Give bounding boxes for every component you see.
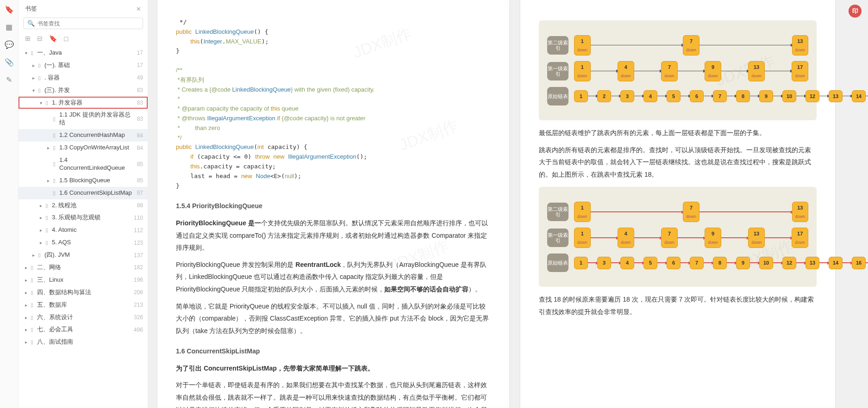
- tree-node[interactable]: ▸▯5. AQS123: [19, 236, 148, 249]
- stamp-badge[interactable]: 印: [849, 5, 862, 18]
- expand-icon[interactable]: ▸: [23, 265, 29, 270]
- expand-icon[interactable]: ▸: [23, 278, 29, 283]
- bookmark-icon: ▯: [29, 50, 35, 56]
- node-value: 9: [712, 231, 714, 236]
- tree-node[interactable]: ▸▯六、系统设计326: [19, 311, 148, 324]
- tree-node[interactable]: ▾▯1. 并发容器83: [19, 97, 148, 109]
- comments-icon[interactable]: 💬: [5, 40, 14, 49]
- collapse-icon[interactable]: ▾: [38, 100, 44, 105]
- skiplist-node: 13down: [748, 61, 765, 81]
- bookmark-icon: ▯: [29, 302, 35, 308]
- tree-node[interactable]: ▾▯(三). 并发83: [19, 84, 148, 97]
- node-value: 14: [856, 93, 862, 99]
- level-label: 第一级索引: [547, 229, 568, 247]
- expand-all-icon[interactable]: ⊞: [25, 35, 31, 42]
- node-value: 9: [742, 260, 744, 266]
- search-input[interactable]: [37, 20, 139, 27]
- tree-node[interactable]: ▸▯1.3 CopyOnWriteArrayList84: [19, 142, 148, 154]
- bookmark-icon: ▯: [29, 327, 35, 333]
- bookmark-outline-icon[interactable]: ◻: [63, 35, 69, 42]
- attachments-icon[interactable]: 📎: [5, 57, 14, 67]
- expand-icon[interactable]: ▸: [23, 327, 29, 332]
- tree-label: 1.4 ConcurrentLinkedQueue: [59, 155, 133, 173]
- tree-label: 1. 并发容器: [52, 98, 133, 108]
- skiplist-node: 1: [574, 90, 588, 103]
- tree-node[interactable]: ▸▯八、面试指南: [19, 336, 148, 348]
- node-row: 1234567891012131415161718: [574, 90, 868, 103]
- node-value: 8: [718, 260, 721, 266]
- tree-node[interactable]: ▸▯4. Atomic112: [19, 224, 148, 236]
- tree-node[interactable]: ▸▯七、必会工具496: [19, 323, 148, 336]
- tree-node[interactable]: ▸▯(一). 基础17: [19, 59, 148, 72]
- tree-node[interactable]: ▸▯3. 乐观锁与悲观锁110: [19, 211, 148, 224]
- bookmark-sidebar: 书签 ✕ 🔍 ⊞ ⊟ 🔖 ◻ ▾▯一、Java17▸▯(一). 基础17▸▯. …: [19, 0, 148, 408]
- tree-node[interactable]: ▾▯一、Java17: [19, 47, 148, 59]
- expand-icon[interactable]: ▸: [31, 63, 36, 68]
- close-icon[interactable]: ✕: [136, 6, 141, 12]
- down-pointer: down: [795, 239, 805, 247]
- expand-icon[interactable]: ▸: [38, 203, 44, 208]
- document-viewport[interactable]: JDX制作 JDX制作 JDX制作 */ public LinkedBlocki…: [148, 0, 868, 408]
- tree-label: 1.2 ConcurrentHashMap: [59, 130, 133, 140]
- node-value: 4: [624, 64, 627, 70]
- right-p1: 最低层的链表维护了跳表内所有的元素，每上面一层链表都是下面一层的子集。: [539, 127, 817, 139]
- collapse-icon[interactable]: ▾: [23, 50, 29, 56]
- tree-node[interactable]: ▸▯四、数据结构与算法208: [19, 286, 148, 299]
- arrow-icon: [657, 96, 667, 96]
- tree-page: 110: [134, 215, 143, 221]
- down-pointer: down: [708, 72, 718, 80]
- expand-icon[interactable]: ▸: [38, 228, 44, 233]
- thumbnails-icon[interactable]: ▦: [5, 22, 14, 31]
- bookmark-search[interactable]: 🔍: [23, 18, 143, 29]
- tree-node[interactable]: ▸▯五、数据库213: [19, 299, 148, 311]
- skiplist-node: 9down: [705, 228, 721, 248]
- expand-icon[interactable]: ▸: [23, 290, 29, 295]
- arrow-icon: [765, 237, 792, 238]
- tree-page: 84: [137, 132, 143, 139]
- node-value: 13: [810, 260, 815, 266]
- tree-node[interactable]: ▯1.1 JDK 提供的并发容器总结83: [19, 109, 148, 129]
- bookmark-tab-icon[interactable]: 🔖: [5, 5, 14, 14]
- tree-node[interactable]: ▸▯. 容器49: [19, 72, 148, 84]
- tree-node[interactable]: ▸▯二、网络182: [19, 261, 148, 274]
- tree-node[interactable]: ▸▯2. 线程池88: [19, 199, 148, 212]
- tree-node[interactable]: ▯1.4 ConcurrentLinkedQueue85: [19, 154, 148, 174]
- collapse-icon[interactable]: ▾: [31, 88, 36, 93]
- tree-label: 3. 乐观锁与悲观锁: [52, 213, 130, 223]
- expand-icon[interactable]: ▸: [23, 315, 29, 320]
- arrow-icon: [773, 96, 782, 96]
- collapse-all-icon[interactable]: ⊟: [37, 35, 43, 42]
- expand-icon[interactable]: ▸: [45, 145, 51, 150]
- tree-node[interactable]: ▸▯1.5 BlockingQueue85: [19, 174, 148, 187]
- tree-node[interactable]: ▯1.6 ConcurrentSkipListMap87: [19, 187, 148, 199]
- heading-154: 1.5.4 PriorityBlockingQueue: [176, 200, 491, 212]
- bookmark-tree[interactable]: ▾▯一、Java17▸▯(一). 基础17▸▯. 容器49▾▯(三). 并发83…: [19, 47, 148, 408]
- tree-node[interactable]: ▯1.2 ConcurrentHashMap84: [19, 129, 148, 142]
- tree-node[interactable]: ▸▯(四). JVM137: [19, 249, 148, 261]
- bookmark-add-icon[interactable]: 🔖: [49, 35, 57, 42]
- expand-icon[interactable]: ▸: [38, 240, 44, 245]
- expand-icon[interactable]: ▸: [31, 75, 36, 80]
- expand-icon[interactable]: ▸: [31, 253, 36, 258]
- down-pointer: down: [664, 239, 674, 247]
- skiplist-node: 9: [759, 90, 773, 103]
- level-label: 第二级索引: [547, 203, 568, 221]
- node-value: 14: [833, 260, 838, 266]
- tree-page: 17: [137, 49, 143, 56]
- tree-node[interactable]: ▸▯三、Linux196: [19, 274, 148, 286]
- bookmark-icon: ▯: [29, 290, 35, 296]
- expand-icon[interactable]: ▸: [23, 340, 29, 345]
- expand-icon[interactable]: ▸: [23, 303, 29, 308]
- para-154a: PriorityBlockingQueue 是一个支持优先级的无界阻塞队列。默认…: [176, 217, 491, 254]
- sidebar-title: 书签: [25, 5, 37, 13]
- arrow-icon: [678, 237, 705, 238]
- expand-icon[interactable]: ▸: [38, 215, 44, 220]
- down-pointer: down: [751, 239, 762, 247]
- edit-icon[interactable]: ✎: [5, 75, 14, 84]
- para-154b: PriorityBlockingQueue 并发控制采用的是 Reentrant…: [176, 259, 491, 296]
- node-value: 9: [712, 64, 714, 70]
- level-label: 原始链表: [547, 87, 568, 105]
- search-icon: 🔍: [27, 20, 35, 27]
- node-value: 1: [581, 38, 584, 44]
- expand-icon[interactable]: ▸: [45, 178, 51, 183]
